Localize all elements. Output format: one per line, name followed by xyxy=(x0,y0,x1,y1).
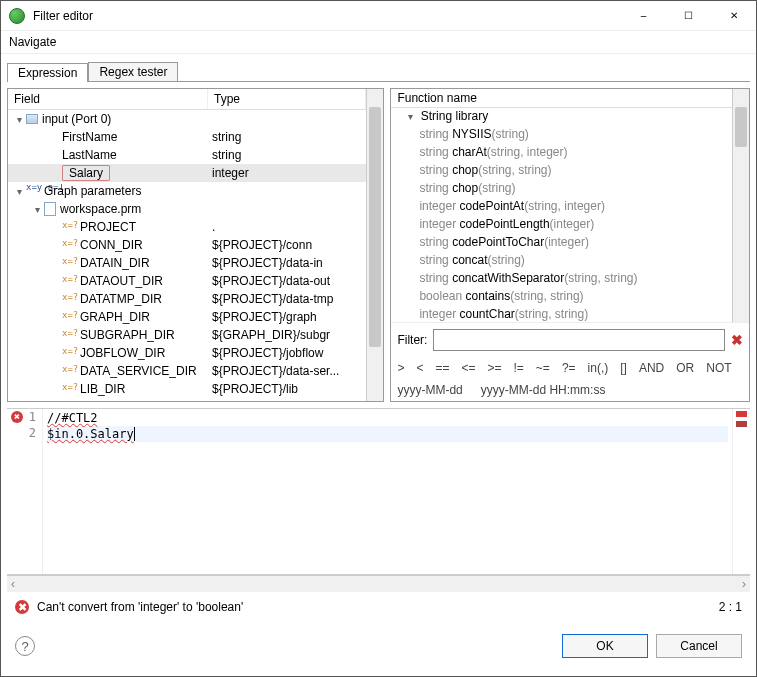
operator-button[interactable]: != xyxy=(514,361,524,375)
field-row[interactable]: x=?LOOKUP_DIR${PROJECT}/lookup xyxy=(8,398,366,401)
tree-twisty-icon[interactable]: ▾ xyxy=(12,114,26,125)
param-icon: x=? xyxy=(62,274,76,288)
field-header-type[interactable]: Type xyxy=(208,89,366,109)
clear-filter-icon[interactable]: ✖ xyxy=(731,332,743,348)
chevron-down-icon: ▾ xyxy=(403,111,417,122)
ruler-error-mark[interactable] xyxy=(736,411,747,417)
param-icon: x=? xyxy=(62,382,76,396)
field-name: LOOKUP_DIR xyxy=(80,400,157,401)
minimize-button[interactable]: – xyxy=(621,1,666,31)
field-header-field[interactable]: Field xyxy=(8,89,208,109)
button-bar: ? OK Cancel xyxy=(7,622,750,670)
params-icon: x=y a=1 xyxy=(26,184,40,198)
field-row[interactable]: x=?DATA_SERVICE_DIR${PROJECT}/data-ser..… xyxy=(8,362,366,380)
field-type: ${PROJECT}/conn xyxy=(208,238,366,252)
field-row[interactable]: x=?DATAIN_DIR${PROJECT}/data-in xyxy=(8,254,366,272)
function-group[interactable]: ▾ String library xyxy=(391,108,732,126)
function-row[interactable]: string concatWithSeparator(string, strin… xyxy=(391,270,732,288)
operator-button[interactable]: ~= xyxy=(536,361,550,375)
operator-button[interactable]: < xyxy=(416,361,423,375)
function-row[interactable]: string charAt(string, integer) xyxy=(391,144,732,162)
help-icon[interactable]: ? xyxy=(15,636,35,656)
operator-button[interactable]: > xyxy=(397,361,404,375)
scroll-right-icon[interactable]: › xyxy=(742,577,746,591)
filter-input[interactable] xyxy=(433,329,725,351)
window-title: Filter editor xyxy=(33,9,621,23)
field-row[interactable]: FirstNamestring xyxy=(8,128,366,146)
text-caret xyxy=(134,427,135,441)
function-header[interactable]: Function name xyxy=(391,89,732,108)
operator-button[interactable]: AND xyxy=(639,361,664,375)
status-bar: ✖ Can't convert from 'integer' to 'boole… xyxy=(7,592,750,622)
field-scrollbar[interactable] xyxy=(366,89,383,401)
code-line[interactable]: //#CTL2 xyxy=(47,410,728,426)
operator-button[interactable]: ?= xyxy=(562,361,576,375)
code-area[interactable]: //#CTL2$in.0.Salary xyxy=(43,409,732,574)
field-row[interactable]: ▾workspace.prm xyxy=(8,200,366,218)
function-row[interactable]: integer countChar(string, string) xyxy=(391,306,732,322)
close-button[interactable]: ✕ xyxy=(711,1,756,31)
date-format-button[interactable]: yyyy-MM-dd HH:mm:ss xyxy=(481,383,606,397)
ruler-error-mark[interactable] xyxy=(736,421,747,427)
function-scrollbar[interactable] xyxy=(732,89,749,322)
operator-button[interactable]: >= xyxy=(488,361,502,375)
field-name: LastName xyxy=(62,148,117,162)
tab-regex[interactable]: Regex tester xyxy=(88,62,178,82)
field-name: SUBGRAPH_DIR xyxy=(80,328,175,342)
operator-button[interactable]: NOT xyxy=(706,361,731,375)
date-format-button[interactable]: yyyy-MM-dd xyxy=(397,383,462,397)
field-name: DATAOUT_DIR xyxy=(80,274,163,288)
function-row[interactable]: integer codePointLength(integer) xyxy=(391,216,732,234)
field-name: input (Port 0) xyxy=(42,112,111,126)
tree-twisty-icon[interactable]: ▾ xyxy=(30,204,44,215)
menu-navigate[interactable]: Navigate xyxy=(9,35,56,49)
error-marker-icon[interactable]: ✖ xyxy=(11,411,23,423)
param-icon: x=? xyxy=(62,310,76,324)
scroll-left-icon[interactable]: ‹ xyxy=(11,577,15,591)
editor-hscroll[interactable]: ‹ › xyxy=(7,575,750,592)
operator-button[interactable]: in(,) xyxy=(588,361,609,375)
field-type: ${PROJECT}/lookup xyxy=(208,400,366,401)
cancel-button[interactable]: Cancel xyxy=(656,634,742,658)
field-row[interactable]: x=?CONN_DIR${PROJECT}/conn xyxy=(8,236,366,254)
function-panel: Function name ▾ String library string NY… xyxy=(390,88,750,402)
function-list[interactable]: Function name ▾ String library string NY… xyxy=(391,89,732,322)
function-row[interactable]: string chop(string, string) xyxy=(391,162,732,180)
maximize-button[interactable]: ☐ xyxy=(666,1,711,31)
field-row[interactable]: x=?PROJECT. xyxy=(8,218,366,236)
field-panel: Field Type ▾input (Port 0)FirstNamestrin… xyxy=(7,88,384,402)
line-number: 2 xyxy=(7,425,42,441)
code-line[interactable]: $in.0.Salary xyxy=(47,426,728,442)
field-type: ${PROJECT}/lib xyxy=(208,382,366,396)
field-type: ${PROJECT}/data-tmp xyxy=(208,292,366,306)
field-row[interactable]: LastNamestring xyxy=(8,146,366,164)
field-row[interactable]: Salaryinteger xyxy=(8,164,366,182)
param-icon: x=? xyxy=(62,238,76,252)
overview-ruler[interactable] xyxy=(732,409,750,574)
field-row[interactable]: x=?LIB_DIR${PROJECT}/lib xyxy=(8,380,366,398)
operator-button[interactable]: [] xyxy=(620,361,627,375)
function-row[interactable]: string chop(string) xyxy=(391,180,732,198)
function-row[interactable]: string concat(string) xyxy=(391,252,732,270)
field-tree[interactable]: Field Type ▾input (Port 0)FirstNamestrin… xyxy=(8,89,366,401)
tab-expression[interactable]: Expression xyxy=(7,63,88,82)
field-row[interactable]: x=?DATAOUT_DIR${PROJECT}/data-out xyxy=(8,272,366,290)
field-row[interactable]: x=?SUBGRAPH_DIR${GRAPH_DIR}/subgr xyxy=(8,326,366,344)
filter-label: Filter: xyxy=(397,333,427,347)
operator-button[interactable]: == xyxy=(435,361,449,375)
operator-button[interactable]: OR xyxy=(676,361,694,375)
ok-button[interactable]: OK xyxy=(562,634,648,658)
function-row[interactable]: string NYSIIS(string) xyxy=(391,126,732,144)
field-name: PROJECT xyxy=(80,220,136,234)
tree-twisty-icon[interactable]: ▾ xyxy=(12,186,26,197)
function-row[interactable]: integer codePointAt(string, integer) xyxy=(391,198,732,216)
field-row[interactable]: x=?GRAPH_DIR${PROJECT}/graph xyxy=(8,308,366,326)
field-row[interactable]: x=?DATATMP_DIR${PROJECT}/data-tmp xyxy=(8,290,366,308)
function-row[interactable]: string codePointToChar(integer) xyxy=(391,234,732,252)
field-row[interactable]: x=?JOBFLOW_DIR${PROJECT}/jobflow xyxy=(8,344,366,362)
operator-button[interactable]: <= xyxy=(461,361,475,375)
field-row[interactable]: ▾x=y a=1Graph parameters xyxy=(8,182,366,200)
code-editor[interactable]: ✖ 12 //#CTL2$in.0.Salary xyxy=(7,408,750,575)
field-row[interactable]: ▾input (Port 0) xyxy=(8,110,366,128)
function-row[interactable]: boolean contains(string, string) xyxy=(391,288,732,306)
